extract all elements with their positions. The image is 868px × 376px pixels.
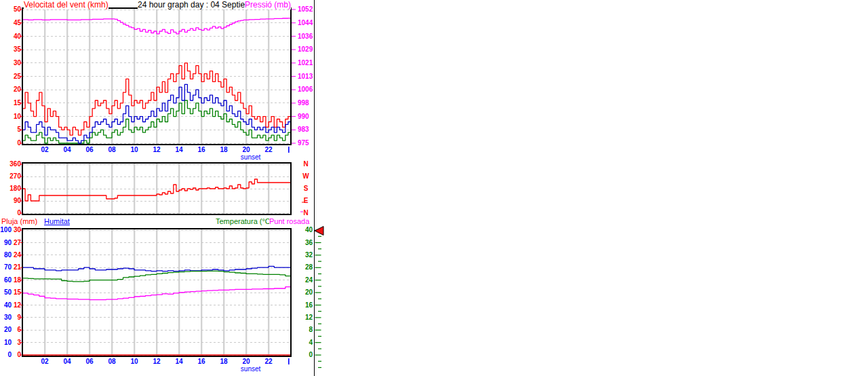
pressure-tick bbox=[292, 10, 296, 10]
speed-tick bbox=[20, 22, 23, 23]
x-tick-label: 14 bbox=[175, 146, 183, 153]
temperature-axis-label: Temperatura (°C) bbox=[216, 217, 273, 226]
speed-tick bbox=[20, 10, 23, 10]
sunset-label: sunset bbox=[241, 365, 261, 373]
x-axis-end-tick bbox=[288, 147, 290, 153]
degrees-tick bbox=[20, 176, 23, 177]
x-tick-label: 18 bbox=[220, 358, 228, 365]
rain-tick bbox=[20, 330, 23, 331]
gridline-vertical-highlight bbox=[45, 8, 46, 145]
rain-tick bbox=[20, 317, 23, 318]
pressure-tick-label: 998 bbox=[298, 99, 309, 107]
speed-tick bbox=[20, 143, 23, 144]
pressure-tick-label: 1052 bbox=[298, 5, 313, 13]
pressure-tick bbox=[292, 50, 296, 50]
humidity-tick-label: 100 bbox=[0, 226, 12, 233]
pressure-tick bbox=[292, 116, 296, 117]
temp-tick-label: 12 bbox=[305, 314, 313, 321]
rain-tick bbox=[20, 293, 23, 293]
temp-tick bbox=[315, 267, 321, 268]
x-tick-label: 16 bbox=[197, 358, 205, 365]
temp-tick-label: 8 bbox=[309, 326, 313, 333]
temp-tick bbox=[315, 317, 321, 318]
humidity-tick-label: 50 bbox=[4, 288, 12, 296]
wind-dir-letter: N bbox=[303, 209, 308, 217]
pressure-tick-label: 1021 bbox=[298, 59, 313, 67]
x-tick-label: 22 bbox=[264, 146, 273, 153]
degrees-tick-label: 180 bbox=[9, 185, 21, 192]
temp-minor-tick bbox=[318, 248, 321, 249]
temp-tick bbox=[315, 255, 321, 255]
rain-tick bbox=[20, 230, 23, 231]
speed-tick bbox=[20, 50, 23, 50]
pressure-tick bbox=[292, 102, 296, 103]
x-tick-label: 16 bbox=[197, 146, 205, 153]
sunset-label: sunset bbox=[241, 153, 261, 161]
stray-tick bbox=[302, 202, 304, 203]
rain-tick bbox=[20, 305, 23, 305]
gridline-vertical-highlight bbox=[135, 229, 136, 356]
speed-tick bbox=[20, 62, 23, 63]
pressure-tick bbox=[292, 90, 296, 90]
gridline-vertical-highlight bbox=[224, 8, 225, 145]
humidity-tick-label: 20 bbox=[4, 326, 12, 333]
humidity-tick-label: 60 bbox=[4, 276, 12, 284]
x-tick-label: 04 bbox=[63, 146, 71, 153]
x-tick-label: 18 bbox=[220, 146, 228, 153]
humidity-tick-label: 30 bbox=[4, 314, 12, 321]
pressure-tick-label: 983 bbox=[298, 126, 309, 133]
stray-tick bbox=[300, 212, 303, 212]
degrees-tick-label: 360 bbox=[9, 160, 21, 168]
rain-tick bbox=[20, 355, 23, 356]
pressure-tick bbox=[292, 36, 296, 37]
x-tick-label: 14 bbox=[175, 358, 183, 365]
x-axis-end-tick bbox=[288, 358, 290, 364]
temp-tick-label: 0 bbox=[309, 351, 313, 358]
temp-tick bbox=[315, 342, 321, 343]
gridline-vertical-highlight bbox=[180, 8, 180, 145]
speed-tick bbox=[20, 90, 23, 90]
gridline-vertical-highlight bbox=[90, 163, 91, 214]
speed-tick bbox=[20, 102, 23, 103]
x-tick-label: 22 bbox=[264, 358, 273, 365]
pressure-tick-label: 1036 bbox=[298, 33, 313, 40]
temp-minor-tick bbox=[318, 336, 321, 337]
gridline-vertical-highlight bbox=[269, 229, 270, 356]
temp-minor-tick bbox=[318, 311, 321, 312]
speed-tick bbox=[20, 116, 23, 117]
wind-dir-letter: N bbox=[303, 160, 308, 168]
humidity-tick-label: 0 bbox=[7, 351, 12, 358]
gridline-vertical-highlight bbox=[180, 163, 180, 214]
rain-tick bbox=[20, 267, 23, 268]
temp-tick bbox=[315, 355, 321, 356]
humidity-tick-label: 10 bbox=[4, 339, 12, 346]
x-tick-label: 20 bbox=[242, 146, 250, 153]
temp-tick-label: 28 bbox=[305, 263, 313, 271]
degrees-tick bbox=[20, 164, 23, 165]
humidity-axis-label[interactable]: Humitat bbox=[44, 217, 70, 226]
temp-tick-label: 16 bbox=[305, 301, 313, 309]
gridline-vertical-highlight bbox=[135, 163, 136, 214]
pressure-tick-label: 1044 bbox=[298, 19, 313, 26]
temp-tick-label: 24 bbox=[305, 276, 313, 284]
temp-minor-tick bbox=[318, 299, 321, 299]
pressure-tick bbox=[292, 76, 296, 77]
pressure-tick-label: 1029 bbox=[298, 45, 313, 53]
rain-tick bbox=[20, 280, 23, 280]
x-tick-label: 10 bbox=[130, 146, 138, 153]
dew-point-axis-label: Punt rosada bbox=[269, 217, 309, 226]
rain-tick bbox=[20, 342, 23, 343]
gridline-vertical-highlight bbox=[90, 229, 91, 356]
pressure-tick bbox=[292, 143, 296, 144]
rain-tick bbox=[20, 255, 23, 255]
pressure-tick-label: 990 bbox=[298, 113, 309, 120]
gridline-vertical-highlight bbox=[269, 163, 270, 214]
x-tick-label: 12 bbox=[153, 146, 161, 153]
temp-tick bbox=[315, 330, 321, 331]
degrees-tick-label: 270 bbox=[9, 172, 21, 180]
rain-axis-label: Pluja (mm) bbox=[1, 217, 37, 226]
x-tick-label: 04 bbox=[63, 358, 71, 365]
weather-graphs-window: 5045403530252015105010521044103610291021… bbox=[0, 0, 868, 376]
x-tick-label: 12 bbox=[153, 358, 161, 365]
humidity-tick-label: 40 bbox=[4, 301, 12, 309]
